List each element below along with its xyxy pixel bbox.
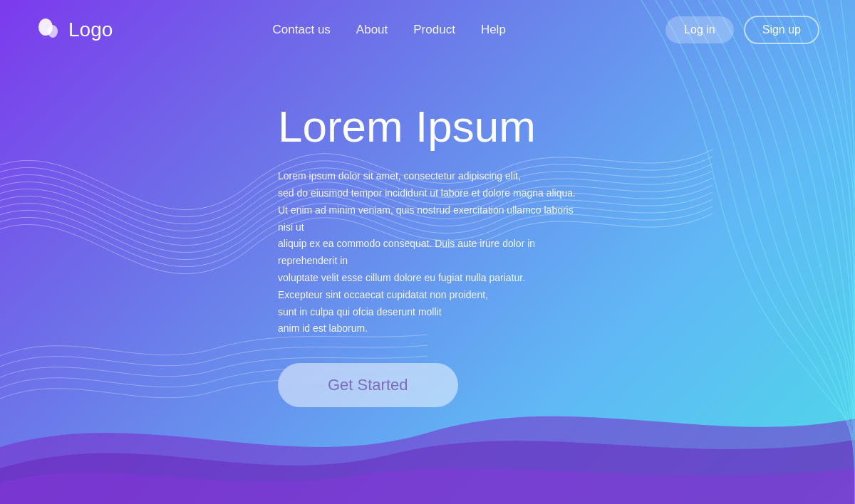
logo: Logo — [36, 17, 113, 43]
logo-icon — [36, 17, 61, 43]
page-wrapper: Logo Contact us About Product Help Log i… — [0, 0, 855, 504]
nav-actions: Log in Sign up — [665, 16, 819, 44]
nav-help[interactable]: Help — [481, 23, 506, 37]
nav-product[interactable]: Product — [413, 23, 455, 37]
hero-title: Lorem Ipsum — [278, 103, 855, 151]
nav-contact-us[interactable]: Contact us — [273, 23, 331, 37]
nav-links: Contact us About Product Help — [113, 23, 665, 37]
svg-point-1 — [48, 25, 58, 38]
signup-button[interactable]: Sign up — [744, 16, 819, 44]
login-button[interactable]: Log in — [665, 16, 734, 43]
hero-section: Lorem Ipsum Lorem ipsum dolor sit amet, … — [0, 60, 855, 407]
logo-text: Logo — [68, 19, 113, 41]
nav-about[interactable]: About — [356, 23, 388, 37]
get-started-button[interactable]: Get Started — [278, 363, 458, 407]
navbar: Logo Contact us About Product Help Log i… — [0, 0, 855, 60]
hero-body: Lorem ipsum dolor sit amet, consectetur … — [278, 168, 584, 337]
